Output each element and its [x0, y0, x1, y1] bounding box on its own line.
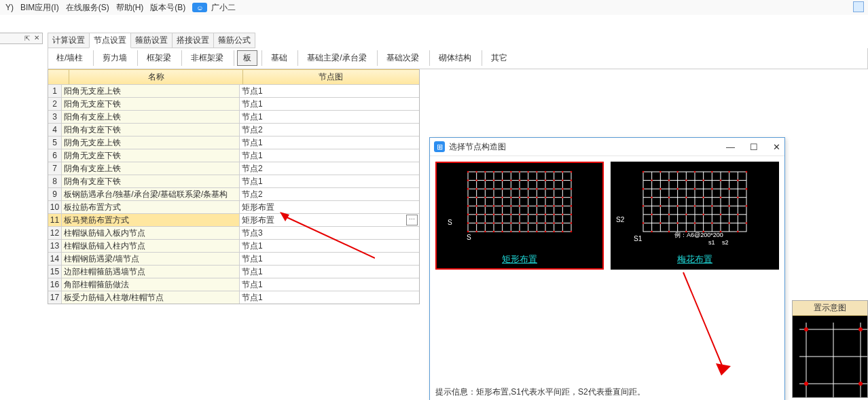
- table-row[interactable]: 6阴角无支座下铁节点1: [48, 149, 419, 162]
- subtab-slab[interactable]: 板: [237, 50, 257, 66]
- row-node[interactable]: 矩形布置⋯: [240, 214, 419, 226]
- axis-h-label: S1: [634, 235, 642, 242]
- tab-calc-settings[interactable]: 计算设置: [48, 33, 90, 48]
- svg-point-44: [475, 179, 477, 181]
- table-row[interactable]: 14柱帽钢筋遇梁/墙节点节点1: [48, 252, 419, 265]
- tab-node-settings[interactable]: 节点设置: [89, 33, 131, 48]
- table-row[interactable]: 1阳角无支座上铁节点1: [48, 84, 419, 97]
- row-node[interactable]: 节点1: [240, 85, 419, 97]
- svg-point-161: [685, 179, 687, 181]
- menu-item[interactable]: BIM应用(I): [18, 2, 62, 14]
- row-name: 阴角无支座下铁: [62, 149, 240, 162]
- svg-point-119: [562, 222, 564, 224]
- svg-point-155: [694, 171, 696, 173]
- row-number: 17: [48, 291, 62, 304]
- row-node[interactable]: 节点2: [240, 124, 419, 136]
- row-node[interactable]: 节点1: [240, 149, 419, 162]
- subtab-framebeam[interactable]: 框架梁: [141, 50, 177, 66]
- subtab-secondarybeam[interactable]: 基础次梁: [380, 50, 425, 66]
- table-row[interactable]: 7阴角有支座上铁节点2: [48, 162, 419, 175]
- table-row[interactable]: 3阳角有支座上铁节点1: [48, 110, 419, 123]
- row-node[interactable]: 节点1: [240, 175, 419, 187]
- row-node[interactable]: 节点2: [240, 162, 419, 175]
- row-node[interactable]: 节点3: [240, 227, 419, 239]
- assistant-launcher[interactable]: ☺广小二: [189, 2, 241, 14]
- table-row[interactable]: 15边部柱帽箍筋遇墙节点节点1: [48, 265, 419, 278]
- table-row[interactable]: 13柱帽纵筋锚入柱内节点节点1: [48, 239, 419, 252]
- maximize-icon[interactable]: ☐: [750, 142, 758, 152]
- pin-icon[interactable]: ⇱: [24, 35, 30, 42]
- close-icon[interactable]: ✕: [773, 142, 780, 152]
- row-node[interactable]: 节点1: [240, 98, 419, 110]
- svg-point-38: [536, 171, 538, 173]
- row-number: 3: [48, 111, 62, 123]
- svg-point-33: [493, 171, 495, 173]
- subtab-column[interactable]: 柱/墙柱: [50, 50, 89, 66]
- table-row[interactable]: 4阳角有支座下铁节点2: [48, 123, 419, 136]
- svg-point-31: [475, 171, 477, 173]
- svg-point-99: [501, 214, 503, 216]
- table-row[interactable]: 12柱帽纵筋锚入板内节点节点3: [48, 226, 419, 239]
- row-number: 14: [48, 253, 62, 265]
- table-row[interactable]: 16角部柱帽箍筋做法节点1: [48, 278, 419, 291]
- svg-point-65: [545, 188, 547, 190]
- svg-point-116: [536, 222, 538, 224]
- svg-point-73: [501, 196, 503, 198]
- svg-point-91: [545, 205, 547, 207]
- svg-point-67: [562, 188, 564, 190]
- row-name: 阴角有支座下铁: [62, 175, 240, 187]
- svg-point-186: [668, 214, 670, 216]
- svg-point-103: [536, 214, 538, 216]
- svg-point-56: [467, 188, 469, 190]
- option-rect-layout[interactable]: S S 矩形布置: [435, 162, 604, 270]
- table-row[interactable]: 17板受力筋锚入柱墩/柱帽节点节点1: [48, 291, 419, 304]
- subtab-capbeam[interactable]: 基础主梁/承台梁: [301, 50, 372, 66]
- svg-point-47: [501, 179, 503, 181]
- svg-point-88: [519, 205, 521, 207]
- table-row[interactable]: 5阴角无支座上铁节点1: [48, 136, 419, 149]
- table-row[interactable]: 10板拉筋布置方式矩形布置: [48, 200, 419, 213]
- menu-item[interactable]: 在线服务(S): [63, 2, 112, 14]
- row-node[interactable]: 节点1: [240, 240, 419, 252]
- menu-item[interactable]: 版本号(B): [147, 2, 188, 14]
- row-node[interactable]: 节点1: [240, 111, 419, 123]
- subtab-foundation[interactable]: 基础: [265, 50, 293, 66]
- svg-point-121: [467, 231, 469, 233]
- close-icon[interactable]: ✕: [34, 34, 39, 41]
- option-plum-layout[interactable]: S2 S1 例：A6@200*200 s1 s2 梅花布置: [611, 162, 779, 270]
- svg-point-34: [501, 171, 503, 173]
- row-node[interactable]: 节点1: [240, 278, 419, 291]
- subtab-masonry[interactable]: 砌体结构: [433, 50, 477, 66]
- tab-stirrup-settings[interactable]: 箍筋设置: [130, 33, 173, 48]
- row-node[interactable]: 节点1: [240, 253, 419, 265]
- svg-point-109: [475, 222, 477, 224]
- row-node[interactable]: 节点1: [240, 266, 419, 278]
- svg-point-32: [484, 171, 486, 173]
- svg-point-112: [501, 222, 503, 224]
- svg-point-30: [467, 171, 469, 173]
- example-label: 例：A6@200*200: [674, 231, 723, 240]
- table-row[interactable]: 11板马凳筋布置方式矩形布置⋯: [48, 213, 419, 226]
- row-node[interactable]: 节点1: [240, 137, 419, 149]
- tab-stirrup-formula[interactable]: 箍筋公式: [213, 33, 255, 48]
- dialog-titlebar[interactable]: ⊞ 选择节点构造图 — ☐ ✕: [430, 138, 784, 156]
- subtab-other[interactable]: 其它: [485, 50, 513, 66]
- svg-point-196: [728, 222, 730, 224]
- svg-point-199: [668, 231, 670, 233]
- table-row[interactable]: 9板钢筋遇承台/独基/承台梁/基础联系梁/条基构节点2: [48, 187, 419, 200]
- row-node[interactable]: 节点2: [240, 188, 419, 200]
- table-row[interactable]: 2阳角无支座下铁节点1: [48, 97, 419, 110]
- menu-item[interactable]: Y): [3, 3, 16, 12]
- row-node[interactable]: 矩形布置: [240, 201, 419, 213]
- ellipsis-button[interactable]: ⋯: [406, 215, 418, 225]
- tab-lap-settings[interactable]: 搭接设置: [172, 33, 214, 48]
- svg-point-173: [668, 196, 670, 198]
- download-icon[interactable]: [853, 1, 864, 12]
- menu-item[interactable]: 帮助(H): [113, 2, 147, 14]
- table-row[interactable]: 8阴角有支座下铁节点1: [48, 175, 419, 187]
- svg-point-203: [737, 231, 739, 233]
- subtab-shearwall[interactable]: 剪力墙: [96, 50, 133, 66]
- subtab-nonframebeam[interactable]: 非框架梁: [185, 50, 230, 66]
- row-node[interactable]: 节点1: [240, 291, 419, 304]
- minimize-icon[interactable]: —: [726, 142, 735, 152]
